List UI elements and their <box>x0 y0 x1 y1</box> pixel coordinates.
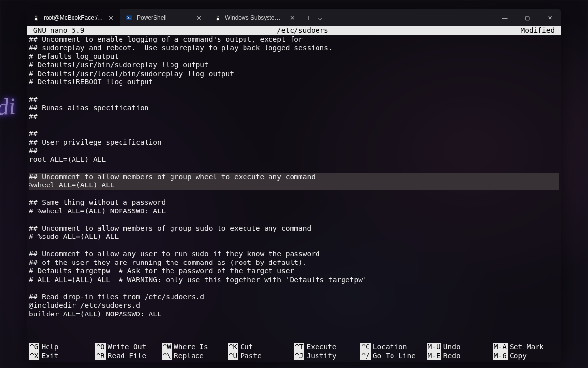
shortcut-paste: ^UPaste <box>228 352 294 361</box>
shortcut-undo: M-UUndo <box>427 343 493 352</box>
editor-line: ## User privilege specification <box>29 138 559 147</box>
shortcut-execute: ^TExecute <box>294 343 360 352</box>
shortcut-key: ^C <box>360 343 370 352</box>
editor-line <box>29 284 559 293</box>
minimize-button[interactable]: — <box>493 9 516 26</box>
editor-line: ## Uncomment to enable logging of a comm… <box>29 35 559 44</box>
editor-line: # %sudo ALL=(ALL) ALL <box>29 233 559 241</box>
svg-point-10 <box>218 16 219 17</box>
shortcut-label: Where Is <box>172 343 208 352</box>
nano-shortcuts: ^GHelp^OWrite Out^WWhere Is^KCut^TExecut… <box>27 343 561 362</box>
window-buttons: — ▢ ✕ <box>493 9 561 26</box>
editor-line: # Defaults!REBOOT !log_output <box>29 78 559 87</box>
tab-close-button[interactable]: ✕ <box>107 13 115 23</box>
shortcut-key: M-E <box>427 352 441 361</box>
editor-line: # Defaults targetpw # Ask for the passwo… <box>29 267 559 276</box>
terminal-window: root@McBookFace:/mnt/c/User✕PowerShell✕W… <box>27 9 561 362</box>
shortcut-label: Location <box>371 343 407 352</box>
editor-line: @includedir /etc/sudoers.d <box>29 301 559 310</box>
editor-line: ## Uncomment to allow any user to run su… <box>29 250 559 259</box>
tab-controls: + ⌵ <box>301 9 327 26</box>
maximize-button[interactable]: ▢ <box>516 9 539 26</box>
editor-line: ## <box>29 130 559 138</box>
editor-line: ## Uncomment to allow members of group w… <box>29 173 559 182</box>
nano-title-left: GNU nano 5.9 <box>29 26 85 35</box>
close-window-button[interactable]: ✕ <box>539 9 561 26</box>
new-tab-button[interactable]: + <box>304 12 312 24</box>
shortcut-label: Copy <box>508 352 527 361</box>
shortcut-label: Write Out <box>106 343 147 352</box>
editor-line: # Defaults!/usr/bin/sudoreplay !log_outp… <box>29 61 559 70</box>
tab-dropdown-button[interactable]: ⌵ <box>316 12 324 24</box>
shortcut-label: Undo <box>441 343 461 352</box>
shortcut-key: ^U <box>228 352 238 361</box>
shortcut-key: ^R <box>95 352 105 361</box>
terminal-viewport[interactable]: GNU nano 5.9 /etc/sudoers Modified ## Un… <box>27 26 561 362</box>
shortcut-key: ^J <box>294 352 304 361</box>
svg-point-8 <box>217 18 219 21</box>
svg-point-2 <box>35 18 38 21</box>
shortcut-label: Execute <box>304 343 336 352</box>
shortcut-label: Paste <box>238 352 262 361</box>
tab-close-button[interactable]: ✕ <box>196 13 203 23</box>
editor-line: ## Read drop-in files from /etc/sudoers.… <box>29 293 559 302</box>
shortcut-key: ^T <box>294 343 304 352</box>
editor-line <box>29 215 559 224</box>
editor-line: ## <box>29 147 559 156</box>
editor-line <box>29 164 559 173</box>
editor-line: ## Uncomment to allow members of group s… <box>29 224 559 233</box>
editor-line <box>29 121 559 130</box>
tux-icon <box>214 14 221 21</box>
shortcut-justify: ^JJustify <box>294 352 360 361</box>
shortcut-key: M-A <box>493 343 508 352</box>
shortcut-redo: M-ERedo <box>427 352 493 361</box>
shortcut-label: Read File <box>106 352 147 361</box>
shortcut-go-to-line: ^/Go To Line <box>360 352 426 361</box>
shortcut-exit: ^XExit <box>29 352 95 361</box>
powershell-icon <box>126 14 133 21</box>
shortcut-label: Set Mark <box>508 343 544 352</box>
shortcut-label: Justify <box>304 352 336 361</box>
tab-close-button[interactable]: ✕ <box>289 13 296 23</box>
editor-line: ## <box>29 112 559 121</box>
shortcut-label: Go To Line <box>371 352 416 361</box>
editor-line: %wheel ALL=(ALL) ALL <box>29 181 559 190</box>
shortcut-set-mark: M-ASet Mark <box>493 343 559 352</box>
shortcut-key: ^K <box>228 343 238 352</box>
tab-label: Windows Subsystem for Linux F <box>225 14 285 21</box>
neon-sign: adi <box>0 92 16 121</box>
shortcut-cut: ^KCut <box>228 343 294 352</box>
editor-line: builder ALL=(ALL) NOPASSWD: ALL <box>29 310 559 318</box>
shortcut-label: Redo <box>441 352 461 361</box>
editor-line <box>29 190 559 199</box>
tab-0[interactable]: Windows Subsystem for Linux F✕ <box>208 9 301 26</box>
shortcut-replace: ^\Replace <box>162 352 228 361</box>
shortcut-key: ^/ <box>360 352 370 361</box>
tab-label: PowerShell <box>137 14 192 21</box>
shortcut-label: Replace <box>172 352 204 361</box>
editor-line: ## <box>29 95 559 104</box>
tab-bar: root@McBookFace:/mnt/c/User✕PowerShell✕W… <box>27 9 561 26</box>
svg-point-0 <box>35 15 38 18</box>
shortcut-key: M-U <box>427 343 441 352</box>
shortcut-key: ^\ <box>162 352 172 361</box>
svg-point-3 <box>35 16 36 17</box>
shortcut-label: Exit <box>39 352 58 361</box>
svg-point-9 <box>217 16 217 17</box>
editor-content[interactable]: ## Uncomment to enable logging of a comm… <box>27 35 561 318</box>
shortcut-key: ^O <box>95 343 105 352</box>
shortcut-help: ^GHelp <box>29 343 95 352</box>
shortcut-where-is: ^WWhere Is <box>162 343 228 352</box>
nano-file-path: /etc/sudoers <box>85 26 521 35</box>
shortcut-copy: M-6Copy <box>493 352 559 361</box>
tab-1[interactable]: PowerShell✕ <box>120 9 208 26</box>
shortcut-key: M-6 <box>493 352 508 361</box>
editor-line: # %wheel ALL=(ALL) NOPASSWD: ALL <box>29 207 559 216</box>
editor-line: ## Runas alias specification <box>29 104 559 113</box>
tab-2[interactable]: root@McBookFace:/mnt/c/User✕ <box>27 9 120 26</box>
tux-icon <box>33 14 40 21</box>
shortcut-key: ^W <box>162 343 172 352</box>
shortcut-write-out: ^OWrite Out <box>95 343 161 352</box>
shortcut-key: ^X <box>29 352 39 361</box>
editor-line: # ALL ALL=(ALL) ALL # WARNING: only use … <box>29 276 559 285</box>
